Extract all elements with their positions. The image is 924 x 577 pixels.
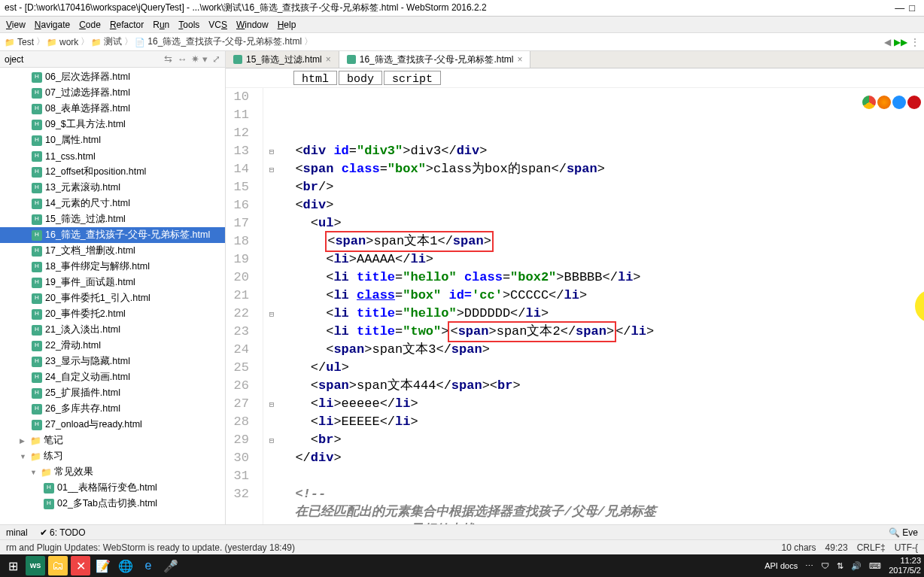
- code-line[interactable]: </div>: [280, 449, 924, 467]
- tree-item[interactable]: 10_属性.html: [0, 132, 225, 148]
- tree-item[interactable]: 25_扩展插件.html: [0, 385, 225, 401]
- project-tree[interactable]: 06_层次选择器.html07_过滤选择器.html08_表单选择器.html0…: [0, 68, 225, 524]
- tray-shield-icon[interactable]: 🛡: [821, 561, 829, 570]
- code-line[interactable]: <li>eeeee</li>: [280, 395, 924, 413]
- breadcrumb-item[interactable]: Test 〉: [5, 35, 45, 48]
- code-line[interactable]: <br/>: [280, 178, 924, 196]
- tree-item[interactable]: 19_事件_面试题.html: [0, 275, 225, 290]
- code-line[interactable]: 1. children(): 子标签中找: [280, 521, 924, 524]
- tree-item[interactable]: 21_淡入淡出.html: [0, 322, 225, 338]
- tree-item[interactable]: 08_表单选择器.html: [0, 101, 225, 117]
- maximize-button[interactable]: □: [909, 2, 915, 14]
- code-line[interactable]: <li title="two"><span>span文本2</span></li…: [280, 323, 924, 341]
- menu-view[interactable]: View: [6, 20, 26, 30]
- chrome-icon[interactable]: [862, 96, 876, 109]
- taskbar-explorer-icon[interactable]: 🗂: [48, 556, 68, 575]
- tree-item[interactable]: 15_筛选_过滤.html: [0, 211, 225, 227]
- opera-icon[interactable]: [907, 96, 921, 109]
- menu-refactor[interactable]: Refactor: [110, 20, 144, 30]
- editor-tab[interactable]: 15_筛选_过滤.html×: [226, 51, 339, 68]
- tree-item[interactable]: 22_滑动.html: [0, 338, 225, 354]
- close-icon[interactable]: ×: [517, 54, 522, 65]
- menu-vcs[interactable]: VCS: [208, 20, 227, 30]
- todo-tab[interactable]: ✔ 6: TODO: [40, 527, 86, 538]
- menu-tools[interactable]: Tools: [178, 20, 199, 30]
- safari-icon[interactable]: [892, 96, 906, 109]
- code-line[interactable]: </ul>: [280, 359, 924, 377]
- taskbar-chrome-icon[interactable]: 🌐: [116, 556, 135, 575]
- status-lineending[interactable]: CRLF‡: [857, 542, 886, 553]
- event-log[interactable]: Eve: [902, 527, 918, 538]
- tree-item[interactable]: 11_css.html: [0, 148, 225, 164]
- more-icon[interactable]: ⋮: [910, 37, 919, 47]
- tree-item[interactable]: 23_显示与隐藏.html: [0, 354, 225, 369]
- tree-item[interactable]: ▼练习: [0, 448, 225, 464]
- code-line[interactable]: 在已经匹配出的元素集合中根据选择器查找孩子/父母/兄弟标签: [280, 503, 924, 521]
- code-line[interactable]: <div>: [280, 196, 924, 214]
- tray-input-icon[interactable]: ⌨: [869, 561, 881, 571]
- back-icon[interactable]: ◀: [884, 37, 891, 47]
- code-line[interactable]: <!--: [280, 485, 924, 503]
- tool-expand-icon[interactable]: ↔: [177, 53, 187, 65]
- code-line[interactable]: <span>span文本444</span><br>: [280, 377, 924, 395]
- tree-item[interactable]: 01__表格隔行变色.html: [0, 480, 225, 496]
- run-icon[interactable]: ▶▶: [894, 37, 907, 47]
- breadcrumb-tag[interactable]: script: [384, 71, 441, 85]
- menu-help[interactable]: Help: [278, 20, 296, 30]
- code-line[interactable]: <li>AAAAA</li>: [280, 251, 924, 269]
- tree-item[interactable]: 17_文档_增删改.html: [0, 243, 225, 259]
- breadcrumb-tag[interactable]: html: [293, 71, 337, 85]
- code-line[interactable]: <span>span文本1</span>: [280, 232, 924, 251]
- tree-item[interactable]: 02_多Tab点击切换.html: [0, 496, 225, 512]
- code-line[interactable]: <span>span文本3</span>: [280, 341, 924, 359]
- code-line[interactable]: <li>EEEEE</li>: [280, 413, 924, 431]
- tree-item[interactable]: 20_事件委托1_引入.html: [0, 290, 225, 306]
- tree-item[interactable]: 18_事件绑定与解绑.html: [0, 259, 225, 275]
- taskbar-time[interactable]: 11:23: [889, 556, 921, 566]
- breadcrumb-item[interactable]: 测试 〉: [91, 35, 133, 48]
- breadcrumb-tag[interactable]: body: [339, 71, 382, 85]
- taskbar-apidocs[interactable]: API docs: [764, 561, 798, 570]
- tray-more-icon[interactable]: ⋯: [805, 561, 813, 571]
- code-line[interactable]: <li class="box" id='cc'>CCCCC</li>: [280, 287, 924, 305]
- breadcrumb-item[interactable]: work 〉: [47, 35, 90, 48]
- taskbar-xmind-icon[interactable]: ✕: [71, 556, 90, 575]
- menu-navigate[interactable]: Navigate: [35, 20, 70, 30]
- tree-item[interactable]: 27_onload与ready.html: [0, 417, 225, 433]
- code-line[interactable]: <span class="box">class为box的span</span>: [280, 160, 924, 178]
- taskbar-mic-icon[interactable]: 🎤: [161, 556, 181, 575]
- tray-volume-icon[interactable]: 🔊: [851, 561, 862, 571]
- tree-item[interactable]: 09_$工具方法.html: [0, 117, 225, 132]
- menu-window[interactable]: Window: [236, 20, 269, 30]
- tool-hide-icon[interactable]: ⤢: [212, 53, 220, 65]
- breadcrumb-item[interactable]: 16_筛选_查找孩子-父母-兄弟标签.html 〉: [135, 35, 313, 48]
- code-line[interactable]: <ul>: [280, 214, 924, 232]
- tree-item[interactable]: 07_过滤选择器.html: [0, 85, 225, 101]
- firefox-icon[interactable]: [877, 96, 891, 109]
- tool-gear-icon[interactable]: ✷ ▾: [191, 53, 208, 65]
- search-icon[interactable]: 🔍: [889, 527, 900, 538]
- code-line[interactable]: <li title="hello">DDDDDD</li>: [280, 305, 924, 323]
- tree-item[interactable]: 16_筛选_查找孩子-父母-兄弟标签.html: [0, 227, 225, 243]
- code-line[interactable]: <li title="hello" class="box2">BBBBB</li…: [280, 269, 924, 287]
- tree-item[interactable]: 24_自定义动画.html: [0, 369, 225, 385]
- tree-item[interactable]: 12_offset和position.html: [0, 164, 225, 180]
- tree-item[interactable]: 26_多库共存.html: [0, 401, 225, 417]
- menu-run[interactable]: Run: [153, 20, 169, 30]
- menu-code[interactable]: Code: [79, 20, 101, 30]
- tree-item[interactable]: ▼常见效果: [0, 464, 225, 480]
- status-encoding[interactable]: UTF-{: [895, 542, 918, 553]
- taskbar-webstorm-icon[interactable]: WS: [26, 556, 45, 575]
- editor-tab[interactable]: 16_筛选_查找孩子-父母-兄弟标签.html×: [339, 51, 531, 68]
- tree-item[interactable]: 13_元素滚动.html: [0, 180, 225, 196]
- tree-item[interactable]: ▶笔记: [0, 433, 225, 448]
- minimize-button[interactable]: —: [895, 2, 904, 14]
- code-line[interactable]: <div id="div3">div3</div>: [280, 142, 924, 160]
- tree-item[interactable]: 14_元素的尺寸.html: [0, 196, 225, 211]
- fold-gutter[interactable]: ⊟⊟⊟⊟⊟: [263, 88, 280, 524]
- taskbar-notepad-icon[interactable]: 📝: [93, 556, 113, 575]
- code-line[interactable]: <br>: [280, 431, 924, 449]
- tree-item[interactable]: 20_事件委托2.html: [0, 306, 225, 322]
- tray-network-icon[interactable]: ⇅: [837, 561, 843, 571]
- terminal-tab[interactable]: minal: [6, 527, 28, 538]
